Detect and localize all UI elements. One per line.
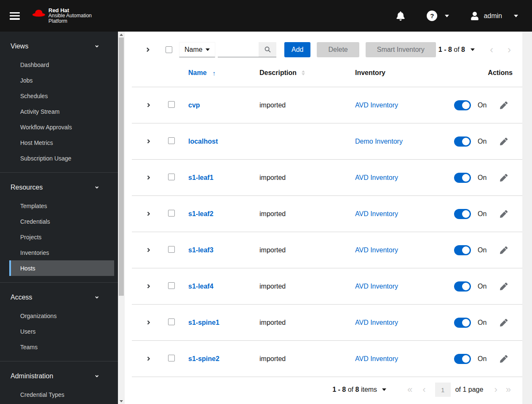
first-page-button[interactable]: « [407,385,412,394]
edit-host-button[interactable] [500,355,508,363]
search-button[interactable] [259,42,276,57]
delete-button[interactable]: Delete [317,42,359,57]
row-checkbox[interactable] [168,355,175,361]
sidebar-item-activity-stream[interactable]: Activity Stream [9,104,118,119]
host-inventory-link[interactable]: AVD Inventory [355,210,398,217]
host-inventory-link[interactable]: AVD Inventory [355,355,398,362]
nav-toggle-icon[interactable] [10,12,20,20]
edit-host-button[interactable] [500,246,508,254]
expand-all-button[interactable] [146,46,152,53]
host-name-link[interactable]: localhost [188,138,218,145]
per-page-caret-icon[interactable] [382,388,386,391]
sidebar-item-inventories[interactable]: Inventories [9,245,118,260]
search-input[interactable] [218,42,259,57]
host-name-link[interactable]: s1-leaf1 [188,174,214,181]
row-expand-button[interactable] [132,319,166,326]
row-checkbox[interactable] [168,210,175,217]
edit-host-button[interactable] [500,319,508,326]
sidebar-section-views-header[interactable]: Views [0,40,118,52]
sidebar-item-workflow-approvals[interactable]: Workflow Approvals [9,119,118,135]
sidebar-item-templates[interactable]: Templates [9,198,118,214]
host-name-link[interactable]: s1-leaf2 [188,210,214,217]
row-checkbox[interactable] [168,282,175,289]
row-expand-button[interactable] [132,102,166,108]
host-name-link[interactable]: s1-leaf3 [188,246,214,254]
row-checkbox[interactable] [168,246,175,253]
row-checkbox[interactable] [168,101,175,108]
scrollbar-thumb[interactable] [119,37,124,296]
host-inventory-link[interactable]: AVD Inventory [355,319,398,326]
row-checkbox[interactable] [168,174,175,180]
host-inventory-link[interactable]: AVD Inventory [355,283,398,290]
edit-host-button[interactable] [500,283,508,290]
next-page-button[interactable]: › [508,46,511,53]
edit-host-button[interactable] [500,138,508,145]
host-name-link[interactable]: s1-leaf4 [188,283,214,290]
host-inventory-link[interactable]: AVD Inventory [355,102,398,109]
sidebar-scrollbar[interactable] [118,32,124,404]
host-enabled-toggle[interactable] [454,245,471,255]
prev-page-button[interactable]: ‹ [490,46,493,53]
edit-host-button[interactable] [500,174,508,182]
sidebar-item-projects[interactable]: Projects [9,229,118,245]
scrollbar-up-arrow[interactable] [118,32,124,37]
smart-inventory-button[interactable]: Smart Inventory [366,42,436,57]
chevron-right-icon [147,247,151,253]
sidebar-section-resources-header[interactable]: Resources [0,182,118,193]
sidebar-item-credentials[interactable]: Credentials [9,214,118,229]
sidebar-item-jobs[interactable]: Jobs [9,72,118,88]
column-header-description[interactable]: Description [258,67,353,77]
host-enabled-toggle[interactable] [454,136,471,147]
current-page-input[interactable] [435,383,451,397]
next-page-button[interactable]: › [494,385,497,394]
table-row: s1-leaf1 imported AVD Inventory On [132,160,522,196]
sidebar-item-dashboard[interactable]: Dashboard [9,57,118,72]
prev-page-button[interactable]: ‹ [422,385,425,394]
sidebar-item-host-metrics[interactable]: Host Metrics [9,135,118,150]
edit-host-button[interactable] [500,210,508,218]
sidebar-item-teams[interactable]: Teams [9,339,118,355]
host-enabled-toggle[interactable] [454,100,471,110]
row-expand-button[interactable] [132,356,166,362]
pencil-icon [500,246,508,254]
sidebar-item-subscription-usage[interactable]: Subscription Usage [9,150,118,166]
host-inventory-link[interactable]: AVD Inventory [355,174,398,181]
host-inventory-link[interactable]: Demo Inventory [355,138,403,145]
user-menu-button[interactable]: admin [471,12,518,20]
host-enabled-toggle[interactable] [454,209,471,219]
row-expand-button[interactable] [132,174,166,181]
toggle-state-label: On [478,174,487,182]
sidebar-section-administration-header[interactable]: Administration [0,370,118,382]
select-all-checkbox[interactable] [166,46,172,53]
column-header-name[interactable]: Name ↑ [187,67,258,77]
host-name-link[interactable]: s1-spine2 [188,355,219,362]
host-enabled-toggle[interactable] [454,318,471,328]
help-menu-button[interactable]: ? [427,11,449,21]
host-enabled-toggle[interactable] [454,173,471,183]
sidebar-item-schedules[interactable]: Schedules [9,88,118,104]
last-page-button[interactable]: » [506,385,511,394]
row-expand-button[interactable] [132,211,166,217]
host-description: imported [258,246,353,254]
row-expand-button[interactable] [132,283,166,289]
host-inventory-link[interactable]: AVD Inventory [355,246,398,254]
scrollbar-down-arrow[interactable] [118,398,124,404]
host-enabled-toggle[interactable] [454,354,471,364]
row-checkbox[interactable] [168,137,175,144]
per-page-caret-icon[interactable] [471,48,475,51]
host-name-link[interactable]: s1-spine1 [188,319,219,326]
row-expand-button[interactable] [132,247,166,253]
add-button[interactable]: Add [284,42,310,57]
sidebar-item-hosts[interactable]: Hosts [9,260,114,276]
notifications-button[interactable] [396,11,405,21]
sidebar-item-users[interactable]: Users [9,324,118,339]
sidebar-item-organizations[interactable]: Organizations [9,308,118,324]
row-checkbox[interactable] [168,318,175,325]
row-expand-button[interactable] [132,138,166,144]
host-name-link[interactable]: cvp [188,102,200,109]
edit-host-button[interactable] [500,102,508,109]
host-enabled-toggle[interactable] [454,281,471,292]
sidebar-section-access-header[interactable]: Access [0,292,118,303]
filter-key-select[interactable]: Name [179,42,215,57]
sidebar-item-credential-types[interactable]: Credential Types [9,387,118,402]
